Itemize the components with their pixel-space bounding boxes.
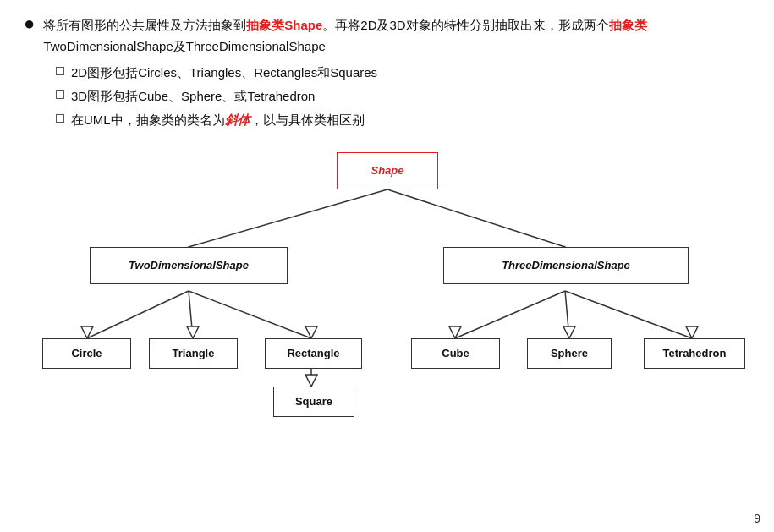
square-box: Square: [273, 387, 354, 417]
svg-line-1: [387, 189, 565, 247]
circle-box: Circle: [42, 338, 131, 369]
sub-bullet-icon-3: [56, 114, 64, 123]
text-before-highlight1: 将所有图形的公共属性及方法抽象到: [43, 18, 246, 32]
svg-marker-11: [305, 375, 317, 387]
text-after-highlight1: 。再将2D及3D对象的特性分别抽取出来，形成两个: [322, 18, 608, 32]
highlight-shape: 抽象类Shape: [246, 18, 322, 32]
svg-line-12: [455, 291, 565, 338]
svg-line-16: [565, 291, 692, 338]
main-bullet-text: 将所有图形的公共属性及方法抽象到抽象类Shape。再将2D及3D对象的特性分别抽…: [43, 15, 646, 58]
main-bullet: ● 将所有图形的公共属性及方法抽象到抽象类Shape。再将2D及3D对象的特性分…: [24, 15, 750, 58]
sub-bullets: 2D图形包括Circles、Triangles、Rectangles和Squar…: [56, 63, 750, 130]
triangle-box: Triangle: [149, 338, 238, 369]
two-d-shape-box: TwoDimensionalShape: [90, 247, 288, 284]
sub-bullet-icon-1: [56, 67, 64, 75]
main-bullet-section: ● 将所有图形的公共属性及方法抽象到抽象类Shape。再将2D及3D对象的特性分…: [24, 15, 750, 130]
highlight-abstract: 抽象类: [609, 18, 647, 32]
sub-bullet-2: 3D图形包括Cube、Sphere、或Tetrahedron: [56, 86, 750, 107]
sub-bullet-icon-2: [56, 90, 64, 99]
svg-line-0: [189, 189, 387, 247]
sphere-box: Sphere: [527, 338, 612, 369]
text-line3: TwoDimensionalShape及ThreeDimensionalShap…: [43, 39, 326, 53]
tetrahedron-box: Tetrahedron: [644, 338, 745, 369]
svg-line-8: [189, 291, 311, 338]
three-d-shape-box: ThreeDimensionalShape: [443, 247, 689, 284]
sub-bullet-3: 在UML中，抽象类的类名为斜体，以与具体类相区别: [56, 110, 750, 130]
uml-diagram: Shape TwoDimensionalShape ThreeDimension…: [24, 145, 751, 399]
sub-bullet-1: 2D图形包括Circles、Triangles、Rectangles和Squar…: [56, 63, 750, 83]
rectangle-box: Rectangle: [265, 338, 362, 369]
page-number: 9: [754, 512, 760, 525]
shape-box: Shape: [337, 152, 438, 189]
bullet-dot: ●: [24, 13, 35, 35]
svg-marker-7: [187, 326, 199, 338]
sub-bullet-text-3: 在UML中，抽象类的类名为斜体，以与具体类相区别: [71, 110, 365, 130]
italic-highlight: 斜体: [225, 112, 250, 127]
sub-bullet-text-1: 2D图形包括Circles、Triangles、Rectangles和Squar…: [71, 63, 377, 83]
svg-marker-15: [563, 326, 575, 338]
svg-line-4: [87, 291, 189, 338]
cube-box: Cube: [411, 338, 500, 369]
sub-bullet-text-2: 3D图形包括Cube、Sphere、或Tetrahedron: [71, 86, 315, 107]
